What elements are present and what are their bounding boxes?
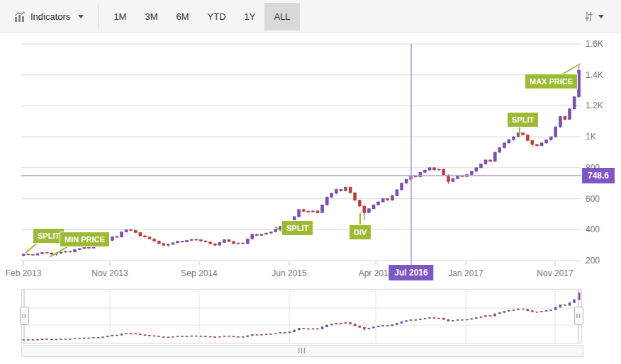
candle-body <box>177 241 179 243</box>
candle-body <box>274 229 277 232</box>
navigator-left-handle[interactable]: II <box>20 307 29 325</box>
candle-body <box>325 197 328 205</box>
candle-body <box>405 179 408 183</box>
candle-body <box>569 109 571 120</box>
candle-body <box>186 241 189 242</box>
candle-body <box>153 336 155 336</box>
candle-body <box>345 187 347 190</box>
candle-body <box>269 232 272 234</box>
candle-body <box>36 254 39 255</box>
candle-body <box>559 117 561 127</box>
candle-body <box>116 335 118 336</box>
candle-body <box>60 252 62 254</box>
candle-body <box>125 334 128 334</box>
candle-body <box>139 334 141 335</box>
candle-body <box>479 164 482 167</box>
candle-body <box>41 339 43 340</box>
candle-body <box>50 253 53 254</box>
x-axis-label: Feb 2013 <box>6 268 42 278</box>
candle-body <box>545 311 547 312</box>
candle-body <box>438 318 440 319</box>
candle-body <box>60 339 62 340</box>
candle-body <box>536 312 538 312</box>
candle-body <box>200 336 202 336</box>
annotation-min-price: MIN PRICE <box>60 232 110 247</box>
candle-body <box>78 249 81 250</box>
candle-body <box>522 133 525 135</box>
candle-body <box>541 312 543 312</box>
candle-body <box>437 169 440 170</box>
candle-body <box>574 300 576 302</box>
candle-body <box>549 137 552 140</box>
candle-body <box>494 314 496 316</box>
candle-body <box>93 338 95 339</box>
candle-body <box>307 329 309 329</box>
candle-body <box>493 152 496 161</box>
candle-body <box>209 336 211 337</box>
candle-body <box>526 135 529 141</box>
candle-body <box>340 189 342 190</box>
candle-body <box>265 334 267 335</box>
candle-body <box>564 117 566 120</box>
candle-body <box>83 338 85 339</box>
scrollbar-grip[interactable]: III <box>298 347 306 355</box>
candle-body <box>83 247 86 249</box>
candle-body <box>377 326 379 327</box>
navigator-right-handle[interactable]: II <box>574 307 583 325</box>
candle-body <box>475 317 477 318</box>
candle-body <box>321 327 323 329</box>
annotation-split: SPLIT <box>281 220 313 236</box>
navigator-scrollbar[interactable]: III <box>21 345 583 357</box>
candle-body <box>237 243 240 244</box>
candle-body <box>382 326 384 326</box>
candle-body <box>298 328 300 330</box>
candle-body <box>307 211 310 212</box>
candlestick-chart-canvas[interactable] <box>0 0 621 364</box>
candle-body <box>522 309 524 309</box>
candle-body <box>134 230 137 232</box>
candle-body <box>503 312 505 313</box>
candle-body <box>423 170 426 172</box>
candle-body <box>452 178 454 181</box>
candle-body <box>335 323 337 324</box>
x-axis-label: Sep 2014 <box>181 268 217 278</box>
candle-body <box>181 241 184 242</box>
candle-body <box>485 316 487 317</box>
candle-body <box>330 324 332 325</box>
candle-body <box>359 326 361 327</box>
candle-body <box>303 328 305 329</box>
candle-body <box>573 97 576 109</box>
candle-body <box>480 317 482 317</box>
candle-body <box>518 309 520 309</box>
candle-body <box>354 193 357 200</box>
candle-body <box>261 334 263 335</box>
candle-body <box>335 189 337 193</box>
candle-body <box>186 336 188 336</box>
candle-body <box>554 307 556 310</box>
candle-body <box>223 336 225 336</box>
candle-body <box>367 209 370 212</box>
candle-body <box>199 239 202 241</box>
candle-body <box>195 336 197 336</box>
candle-body <box>312 329 314 329</box>
candle-body <box>498 147 501 152</box>
candle-body <box>218 336 220 337</box>
candle-body <box>358 200 361 206</box>
candle-body <box>97 337 99 338</box>
x-axis-label: Nov 2013 <box>91 268 128 278</box>
candle-body <box>466 319 468 320</box>
candle-body <box>386 326 388 326</box>
candle-body <box>550 309 552 310</box>
candle-body <box>373 327 375 328</box>
candle-body <box>162 244 165 245</box>
y-axis-label: 600 <box>586 194 600 204</box>
candle-body <box>401 183 403 190</box>
candle-body <box>205 336 207 337</box>
candle-body <box>181 336 184 337</box>
candle-body <box>498 312 500 314</box>
candle-body <box>32 339 34 340</box>
candle-body <box>452 320 454 321</box>
candle-body <box>130 229 133 230</box>
candle-body <box>172 336 174 337</box>
candle-body <box>130 334 132 334</box>
